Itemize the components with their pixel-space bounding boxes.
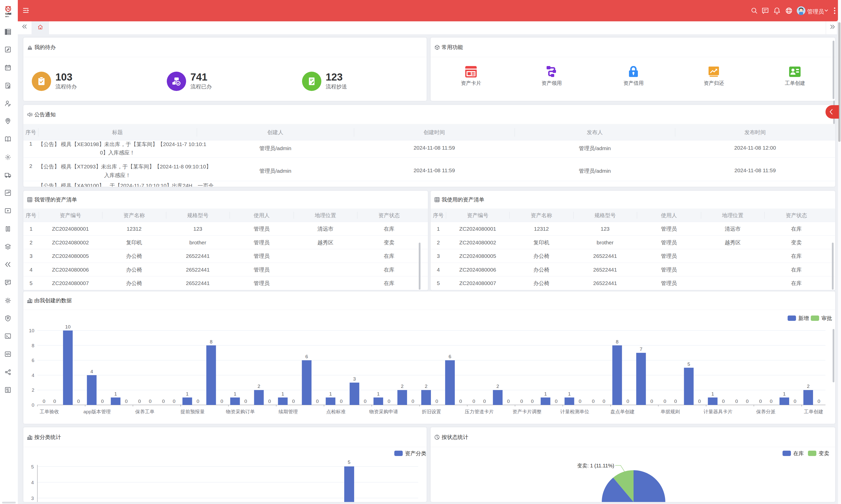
svg-text:0: 0 (627, 399, 629, 404)
svg-text:2: 2 (807, 383, 810, 389)
svg-text:6: 6 (449, 354, 452, 359)
svg-text:1: 1 (711, 391, 714, 397)
svg-text:0: 0 (138, 399, 141, 404)
svg-text:点检标准: 点检标准 (326, 409, 346, 414)
svg-text:压力管道卡片: 压力管道卡片 (465, 409, 494, 414)
svg-text:0: 0 (77, 399, 80, 404)
svg-text:变卖: 1 (11.11%): 变卖: 1 (11.11%) (577, 463, 614, 468)
svg-text:0: 0 (411, 399, 415, 404)
svg-text:保养分派: 保养分派 (756, 409, 775, 414)
svg-text:1: 1 (329, 391, 332, 397)
svg-text:3: 3 (353, 376, 356, 381)
svg-text:5: 5 (348, 460, 351, 465)
svg-text:0: 0 (388, 399, 390, 404)
svg-text:0: 0 (483, 399, 486, 404)
svg-text:0: 0 (101, 399, 104, 404)
svg-text:提前预报量: 提前预报量 (180, 409, 205, 414)
svg-text:0: 0 (32, 402, 34, 408)
svg-text:app版本管理: app版本管理 (83, 409, 111, 414)
svg-text:物资采购订单: 物资采购订单 (226, 409, 255, 414)
svg-text:0: 0 (759, 399, 762, 404)
svg-text:0: 0 (592, 399, 595, 404)
svg-text:0: 0 (196, 399, 199, 404)
svg-text:审批: 审批 (821, 315, 832, 321)
svg-text:2: 2 (32, 388, 34, 393)
svg-text:0: 0 (735, 399, 738, 404)
svg-text:0: 0 (221, 399, 223, 404)
svg-text:0: 0 (650, 399, 653, 404)
svg-text:8: 8 (32, 343, 34, 348)
svg-text:计量检测单位: 计量检测单位 (560, 409, 589, 414)
svg-text:6: 6 (32, 358, 34, 363)
svg-text:0: 0 (340, 399, 343, 404)
svg-text:0: 0 (125, 399, 128, 404)
svg-text:6: 6 (305, 354, 308, 359)
svg-text:0: 0 (292, 399, 295, 404)
svg-text:10: 10 (65, 324, 70, 329)
svg-text:0: 0 (162, 399, 165, 404)
svg-text:0: 0 (149, 399, 152, 404)
svg-text:0: 0 (436, 399, 438, 404)
svg-text:0: 0 (722, 399, 725, 404)
svg-text:3: 3 (31, 496, 34, 501)
svg-text:资产分类: 资产分类 (405, 450, 426, 456)
svg-text:0: 0 (579, 399, 581, 404)
svg-text:0: 0 (521, 399, 523, 404)
svg-text:工单创建: 工单创建 (804, 409, 823, 414)
svg-text:0: 0 (364, 399, 367, 404)
svg-text:0: 0 (53, 399, 56, 404)
svg-text:2: 2 (496, 383, 499, 389)
svg-text:4: 4 (32, 373, 34, 378)
svg-text:1: 1 (234, 391, 236, 397)
svg-text:0: 0 (664, 399, 666, 404)
svg-text:0: 0 (459, 399, 462, 404)
svg-text:0: 0 (674, 399, 677, 404)
svg-text:0: 0 (698, 399, 701, 404)
svg-text:新增: 新增 (798, 315, 809, 321)
svg-text:10: 10 (29, 328, 34, 333)
svg-text:0: 0 (244, 399, 247, 404)
svg-text:折旧设置: 折旧设置 (422, 409, 441, 414)
svg-text:0: 0 (507, 399, 510, 404)
svg-text:8: 8 (210, 339, 212, 344)
svg-text:单据规则: 单据规则 (661, 409, 680, 414)
svg-text:1: 1 (186, 391, 189, 397)
svg-text:0: 0 (173, 399, 175, 404)
svg-text:5: 5 (687, 361, 690, 367)
svg-text:0: 0 (555, 399, 558, 404)
svg-text:0: 0 (268, 399, 271, 404)
svg-text:7: 7 (639, 346, 643, 352)
svg-text:0: 0 (770, 399, 773, 404)
svg-text:资产卡片调整: 资产卡片调整 (512, 409, 542, 414)
svg-text:2: 2 (401, 383, 404, 389)
svg-text:0: 0 (746, 399, 749, 404)
svg-text:FA: FA (6, 7, 10, 11)
svg-text:物资采购申请: 物资采购申请 (369, 409, 398, 414)
svg-text:2: 2 (258, 383, 260, 389)
svg-text:工单验收: 工单验收 (40, 409, 59, 414)
svg-text:续期管理: 续期管理 (278, 409, 298, 414)
svg-text:2: 2 (425, 383, 427, 389)
svg-text:0: 0 (473, 399, 475, 404)
svg-text:1: 1 (115, 391, 117, 397)
svg-text:0: 0 (818, 399, 820, 404)
svg-text:计量器具卡片: 计量器具卡片 (703, 409, 733, 414)
svg-text:0: 0 (794, 399, 796, 404)
svg-text:0: 0 (602, 399, 605, 404)
svg-text:0: 0 (43, 399, 46, 404)
svg-text:1: 1 (568, 391, 571, 397)
svg-text:4: 4 (31, 480, 34, 485)
svg-text:1: 1 (544, 391, 547, 397)
svg-text:1: 1 (783, 391, 786, 397)
svg-text:5: 5 (31, 464, 34, 469)
svg-text:0: 0 (531, 399, 534, 404)
svg-text:变卖: 变卖 (819, 450, 829, 456)
svg-text:在库: 在库 (793, 450, 804, 456)
svg-text:盘点单创建: 盘点单创建 (610, 409, 634, 414)
svg-text:1: 1 (281, 391, 284, 397)
svg-text:4: 4 (90, 369, 93, 374)
svg-text:保养工单: 保养工单 (135, 409, 155, 414)
svg-text:0: 0 (316, 399, 319, 404)
svg-text:1: 1 (377, 391, 380, 397)
svg-text:8: 8 (616, 339, 618, 344)
